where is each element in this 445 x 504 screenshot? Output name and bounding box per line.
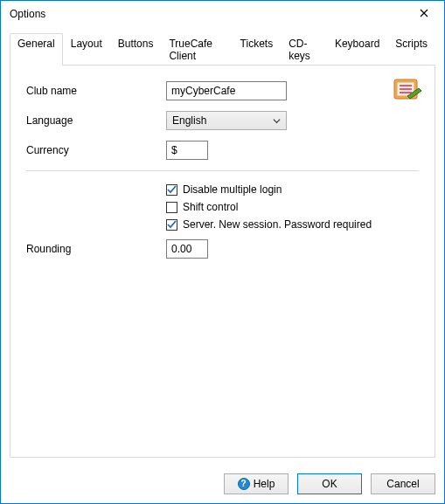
content-area: General Layout Buttons TrueCafe Client T… xyxy=(1,27,444,466)
chevron-down-icon xyxy=(273,117,281,125)
options-dialog: Options General Layout Buttons TrueCafe … xyxy=(0,0,445,504)
row-currency: Currency xyxy=(26,141,419,160)
tab-buttons[interactable]: Buttons xyxy=(110,33,162,66)
club-name-input[interactable] xyxy=(166,81,287,100)
button-bar: ? Help OK Cancel xyxy=(1,466,444,503)
tab-general[interactable]: General xyxy=(10,33,63,66)
ok-button[interactable]: OK xyxy=(297,473,362,494)
currency-input[interactable] xyxy=(166,141,208,160)
row-club-name: Club name xyxy=(26,81,419,100)
label-language: Language xyxy=(26,114,166,127)
checkbox-disable-multiple-login[interactable]: Disable multiple login xyxy=(166,183,419,196)
tab-keyboard[interactable]: Keyboard xyxy=(327,33,387,66)
tab-scripts[interactable]: Scripts xyxy=(387,33,435,66)
checkbox-label: Server. New session. Password required xyxy=(183,218,372,231)
tab-layout[interactable]: Layout xyxy=(63,33,110,66)
row-language: Language English xyxy=(26,111,419,130)
clipboard-icon xyxy=(393,78,422,104)
check-icon xyxy=(166,202,177,213)
label-rounding: Rounding xyxy=(26,243,166,255)
tab-cd-keys[interactable]: CD-keys xyxy=(281,33,327,66)
help-button[interactable]: ? Help xyxy=(224,473,289,494)
check-icon xyxy=(166,219,177,231)
titlebar: Options xyxy=(1,1,444,27)
language-select-value: English xyxy=(172,114,206,127)
checkbox-label: Disable multiple login xyxy=(183,183,282,196)
rounding-input[interactable] xyxy=(166,239,208,259)
tab-panel-general: Club name Language English Currency xyxy=(10,65,435,458)
checkbox-shift-control[interactable]: Shift control xyxy=(166,201,419,213)
help-icon: ? xyxy=(238,478,250,490)
tabs-container: General Layout Buttons TrueCafe Client T… xyxy=(10,32,435,458)
tab-tickets[interactable]: Tickets xyxy=(233,33,282,66)
checkbox-label: Shift control xyxy=(183,201,238,213)
close-icon xyxy=(420,8,428,20)
close-button[interactable] xyxy=(411,3,437,24)
language-select[interactable]: English xyxy=(166,111,287,130)
tab-strip: General Layout Buttons TrueCafe Client T… xyxy=(10,33,435,66)
divider xyxy=(26,170,419,171)
checkbox-server-new-session-password[interactable]: Server. New session. Password required xyxy=(166,218,419,231)
tab-truecafe-client[interactable]: TrueCafe Client xyxy=(161,33,232,66)
cancel-button[interactable]: Cancel xyxy=(371,473,435,494)
label-club-name: Club name xyxy=(26,85,166,97)
check-icon xyxy=(166,184,177,196)
label-currency: Currency xyxy=(26,144,166,156)
window-title: Options xyxy=(10,8,45,20)
row-rounding: Rounding xyxy=(26,239,419,259)
